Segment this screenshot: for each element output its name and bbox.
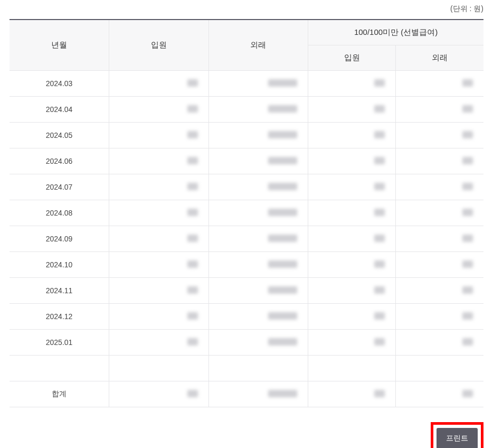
cell-sub-inpatient	[308, 278, 396, 304]
cell-outpatient	[208, 226, 308, 252]
unit-label: (단위 : 원)	[10, 0, 483, 19]
cell-month: 2024.11	[10, 278, 109, 304]
cell-outpatient	[208, 174, 308, 200]
button-area: 프린트	[10, 422, 483, 448]
cell-sub-inpatient	[308, 97, 396, 123]
cell-total-outpatient	[208, 381, 308, 407]
cell-inpatient	[109, 97, 209, 123]
cell-total-sub-inpatient	[308, 381, 396, 407]
cell-month: 2024.07	[10, 174, 109, 200]
cell-sub-inpatient	[308, 226, 396, 252]
cell-empty	[208, 356, 308, 381]
cell-outpatient	[208, 278, 308, 304]
cell-sub-inpatient	[308, 252, 396, 278]
cell-sub-outpatient	[396, 123, 483, 148]
cell-month: 2024.09	[10, 226, 109, 252]
cell-inpatient	[109, 304, 209, 330]
cell-sub-outpatient	[396, 71, 483, 97]
cell-sub-inpatient	[308, 330, 396, 356]
cell-month: 2024.12	[10, 304, 109, 330]
table-row: 2024.10	[10, 252, 483, 278]
print-highlight-box: 프린트	[431, 422, 483, 448]
cell-sub-inpatient	[308, 123, 396, 148]
cell-inpatient	[109, 174, 209, 200]
table-body: 2024.032024.042024.052024.062024.072024.…	[10, 71, 483, 407]
cell-empty	[10, 356, 109, 381]
header-sub-inpatient: 입원	[308, 45, 396, 71]
header-subgroup: 100/100미만 (선별급여)	[308, 20, 483, 45]
table-row: 2024.06	[10, 148, 483, 174]
cell-sub-outpatient	[396, 278, 483, 304]
cell-month: 2024.06	[10, 148, 109, 174]
header-outpatient: 외래	[208, 20, 308, 71]
cell-empty	[109, 356, 209, 381]
cell-month: 2024.08	[10, 200, 109, 226]
cell-month: 2025.01	[10, 330, 109, 356]
cell-inpatient	[109, 252, 209, 278]
cell-inpatient	[109, 278, 209, 304]
cell-sub-inpatient	[308, 174, 396, 200]
cell-inpatient	[109, 330, 209, 356]
table-row: 2024.09	[10, 226, 483, 252]
table-row: 2024.05	[10, 123, 483, 148]
table-header: 년월 입원 외래 100/100미만 (선별급여) 입원 외래	[10, 20, 483, 71]
table-row: 2024.08	[10, 200, 483, 226]
cell-sub-outpatient	[396, 148, 483, 174]
data-table: 년월 입원 외래 100/100미만 (선별급여) 입원 외래 2024.032…	[10, 19, 483, 407]
cell-total-inpatient	[109, 381, 209, 407]
table-row: 2024.12	[10, 304, 483, 330]
cell-sub-outpatient	[396, 304, 483, 330]
cell-sub-inpatient	[308, 200, 396, 226]
table-row: 2024.07	[10, 174, 483, 200]
cell-total-sub-outpatient	[396, 381, 483, 407]
cell-inpatient	[109, 200, 209, 226]
cell-sub-outpatient	[396, 252, 483, 278]
cell-sub-outpatient	[396, 174, 483, 200]
cell-outpatient	[208, 252, 308, 278]
cell-sub-outpatient	[396, 330, 483, 356]
cell-outpatient	[208, 148, 308, 174]
cell-month: 2024.10	[10, 252, 109, 278]
cell-outpatient	[208, 97, 308, 123]
cell-sub-outpatient	[396, 200, 483, 226]
header-sub-outpatient: 외래	[396, 45, 483, 71]
cell-sub-outpatient	[396, 226, 483, 252]
cell-sub-inpatient	[308, 304, 396, 330]
cell-month: 2024.05	[10, 123, 109, 148]
cell-empty	[308, 356, 396, 381]
header-inpatient: 입원	[109, 20, 209, 71]
table-row-empty	[10, 356, 483, 381]
cell-total-label: 합계	[10, 381, 109, 407]
cell-sub-inpatient	[308, 71, 396, 97]
table-row: 2024.11	[10, 278, 483, 304]
header-month: 년월	[10, 20, 109, 71]
cell-outpatient	[208, 200, 308, 226]
cell-outpatient	[208, 71, 308, 97]
table-row-total: 합계	[10, 381, 483, 407]
print-button[interactable]: 프린트	[437, 428, 478, 448]
table-row: 2025.01	[10, 330, 483, 356]
cell-sub-outpatient	[396, 97, 483, 123]
cell-outpatient	[208, 123, 308, 148]
cell-inpatient	[109, 123, 209, 148]
cell-empty	[396, 356, 483, 381]
cell-month: 2024.04	[10, 97, 109, 123]
cell-outpatient	[208, 330, 308, 356]
table-row: 2024.04	[10, 97, 483, 123]
cell-inpatient	[109, 148, 209, 174]
table-row: 2024.03	[10, 71, 483, 97]
cell-inpatient	[109, 226, 209, 252]
cell-outpatient	[208, 304, 308, 330]
cell-month: 2024.03	[10, 71, 109, 97]
cell-inpatient	[109, 71, 209, 97]
cell-sub-inpatient	[308, 148, 396, 174]
